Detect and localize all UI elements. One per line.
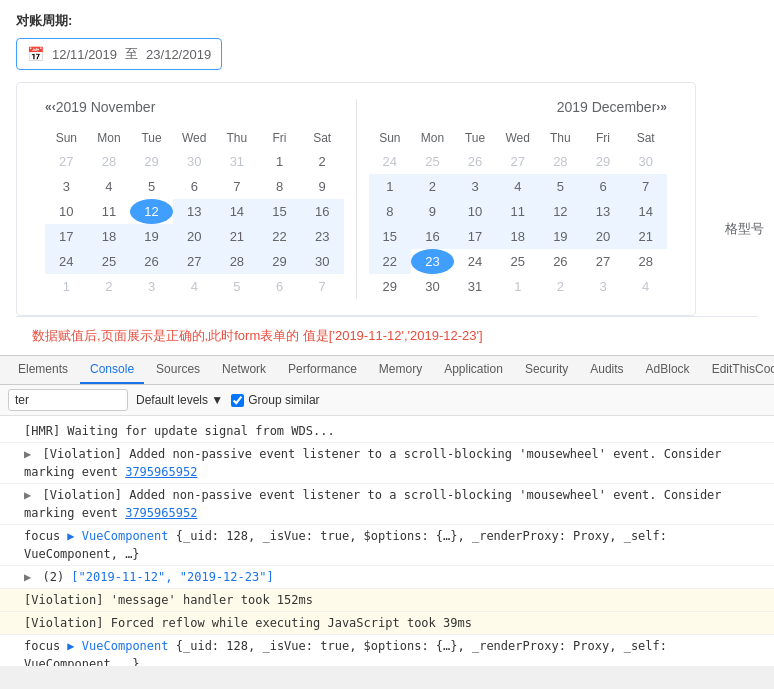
calendar-day[interactable]: 18 xyxy=(496,224,539,249)
calendar-day[interactable]: 2 xyxy=(88,274,131,299)
tab-application[interactable]: Application xyxy=(434,356,513,384)
calendar-day[interactable]: 29 xyxy=(258,249,301,274)
expand-arrow-icon[interactable]: ▶ xyxy=(24,447,31,461)
calendar-day[interactable]: 11 xyxy=(88,199,131,224)
calendar-day[interactable]: 29 xyxy=(582,149,625,174)
calendar-day[interactable]: 26 xyxy=(539,249,582,274)
calendar-day[interactable]: 28 xyxy=(539,149,582,174)
calendar-day[interactable]: 4 xyxy=(173,274,216,299)
prev-prev-nav[interactable]: « xyxy=(45,100,52,114)
calendar-day[interactable]: 8 xyxy=(258,174,301,199)
calendar-day[interactable]: 26 xyxy=(130,249,173,274)
calendar-day[interactable]: 26 xyxy=(454,149,497,174)
calendar-day[interactable]: 25 xyxy=(411,149,454,174)
calendar-day[interactable]: 9 xyxy=(411,199,454,224)
calendar-day[interactable]: 3 xyxy=(582,274,625,299)
tab-performance[interactable]: Performance xyxy=(278,356,367,384)
calendar-day[interactable]: 7 xyxy=(216,174,259,199)
calendar-day[interactable]: 30 xyxy=(411,274,454,299)
calendar-day[interactable]: 31 xyxy=(216,149,259,174)
calendar-day[interactable]: 4 xyxy=(624,274,667,299)
calendar-day[interactable]: 16 xyxy=(411,224,454,249)
calendar-day[interactable]: 3 xyxy=(45,174,88,199)
calendar-day[interactable]: 6 xyxy=(173,174,216,199)
calendar-day[interactable]: 23 xyxy=(301,224,344,249)
calendar-day[interactable]: 15 xyxy=(258,199,301,224)
calendar-day[interactable]: 13 xyxy=(582,199,625,224)
default-levels-dropdown[interactable]: Default levels ▼ xyxy=(136,393,223,407)
tab-security[interactable]: Security xyxy=(515,356,578,384)
calendar-day[interactable]: 2 xyxy=(539,274,582,299)
calendar-day[interactable]: 9 xyxy=(301,174,344,199)
calendar-day[interactable]: 7 xyxy=(301,274,344,299)
calendar-day[interactable]: 29 xyxy=(369,274,412,299)
calendar-day[interactable]: 18 xyxy=(88,224,131,249)
calendar-day[interactable]: 6 xyxy=(258,274,301,299)
calendar-day[interactable]: 25 xyxy=(88,249,131,274)
tab-console[interactable]: Console xyxy=(80,356,144,384)
calendar-day[interactable]: 3 xyxy=(130,274,173,299)
calendar-day[interactable]: 4 xyxy=(88,174,131,199)
calendar-day[interactable]: 21 xyxy=(624,224,667,249)
calendar-day[interactable]: 2 xyxy=(411,174,454,199)
group-similar-checkbox-label[interactable]: Group similar xyxy=(231,393,319,407)
date-range-input[interactable]: 📅 12/11/2019 至 23/12/2019 xyxy=(16,38,222,70)
calendar-day[interactable]: 31 xyxy=(454,274,497,299)
calendar-day[interactable]: 12 xyxy=(130,199,173,224)
calendar-day[interactable]: 28 xyxy=(624,249,667,274)
calendar-day[interactable]: 4 xyxy=(496,174,539,199)
calendar-day[interactable]: 20 xyxy=(173,224,216,249)
tab-editthiscookie[interactable]: EditThisCookie xyxy=(702,356,774,384)
calendar-day[interactable]: 11 xyxy=(496,199,539,224)
calendar-day[interactable]: 28 xyxy=(216,249,259,274)
calendar-day[interactable]: 5 xyxy=(216,274,259,299)
calendar-day[interactable]: 12 xyxy=(539,199,582,224)
calendar-day[interactable]: 1 xyxy=(45,274,88,299)
calendar-day[interactable]: 22 xyxy=(369,249,412,274)
calendar-day[interactable]: 27 xyxy=(45,149,88,174)
calendar-day[interactable]: 29 xyxy=(130,149,173,174)
calendar-day[interactable]: 5 xyxy=(539,174,582,199)
calendar-day[interactable]: 13 xyxy=(173,199,216,224)
calendar-day[interactable]: 17 xyxy=(45,224,88,249)
calendar-day[interactable]: 10 xyxy=(45,199,88,224)
calendar-day[interactable]: 7 xyxy=(624,174,667,199)
calendar-day[interactable]: 30 xyxy=(301,249,344,274)
calendar-day[interactable]: 1 xyxy=(496,274,539,299)
calendar-day[interactable]: 1 xyxy=(369,174,412,199)
tab-network[interactable]: Network xyxy=(212,356,276,384)
tab-elements[interactable]: Elements xyxy=(8,356,78,384)
calendar-day[interactable]: 16 xyxy=(301,199,344,224)
calendar-day[interactable]: 22 xyxy=(258,224,301,249)
calendar-day[interactable]: 23 xyxy=(411,249,454,274)
calendar-day[interactable]: 8 xyxy=(369,199,412,224)
calendar-day[interactable]: 6 xyxy=(582,174,625,199)
calendar-day[interactable]: 19 xyxy=(130,224,173,249)
calendar-day[interactable]: 25 xyxy=(496,249,539,274)
console-filter-input[interactable] xyxy=(8,389,128,411)
calendar-day[interactable]: 27 xyxy=(173,249,216,274)
calendar-day[interactable]: 30 xyxy=(624,149,667,174)
calendar-day[interactable]: 3 xyxy=(454,174,497,199)
calendar-day[interactable]: 14 xyxy=(216,199,259,224)
calendar-day[interactable]: 20 xyxy=(582,224,625,249)
tab-sources[interactable]: Sources xyxy=(146,356,210,384)
calendar-day[interactable]: 30 xyxy=(173,149,216,174)
tab-audits[interactable]: Audits xyxy=(580,356,633,384)
calendar-day[interactable]: 1 xyxy=(258,149,301,174)
calendar-day[interactable]: 17 xyxy=(454,224,497,249)
calendar-day[interactable]: 24 xyxy=(369,149,412,174)
expand-arrow-icon[interactable]: ▶ xyxy=(24,488,31,502)
calendar-day[interactable]: 19 xyxy=(539,224,582,249)
tab-adblock[interactable]: AdBlock xyxy=(636,356,700,384)
calendar-day[interactable]: 5 xyxy=(130,174,173,199)
expand-arrow-icon[interactable]: ▶ xyxy=(24,570,31,584)
tab-memory[interactable]: Memory xyxy=(369,356,432,384)
calendar-day[interactable]: 14 xyxy=(624,199,667,224)
group-similar-checkbox[interactable] xyxy=(231,394,244,407)
violation-link[interactable]: 3795965952 xyxy=(125,506,197,520)
calendar-day[interactable]: 27 xyxy=(496,149,539,174)
calendar-day[interactable]: 24 xyxy=(45,249,88,274)
calendar-day[interactable]: 24 xyxy=(454,249,497,274)
next-next-nav[interactable]: » xyxy=(660,100,667,114)
